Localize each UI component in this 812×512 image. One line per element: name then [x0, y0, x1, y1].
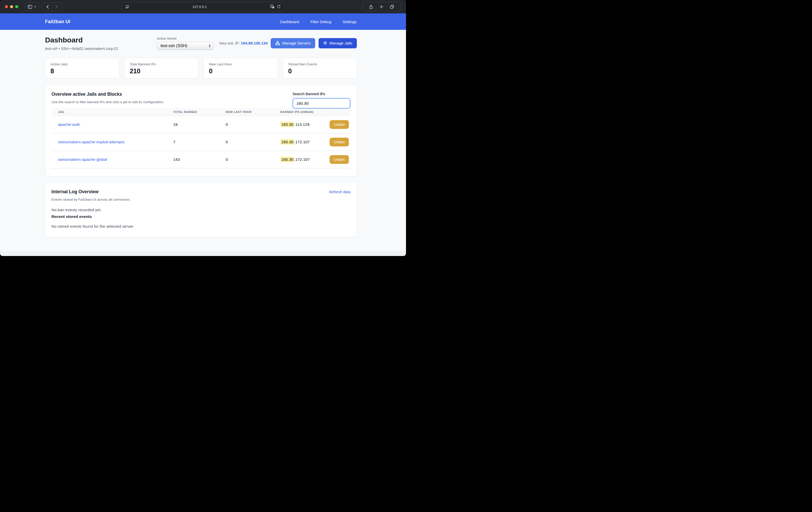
- window-footer: [0, 251, 406, 256]
- table-row: swissmakers-apache-global 143 0 160.30.1…: [52, 151, 350, 169]
- zoom-window-button[interactable]: [15, 5, 18, 8]
- new-last-hour-value: 0: [219, 122, 273, 127]
- stat-value: 210: [130, 67, 193, 75]
- refresh-data-link[interactable]: Refresh data: [329, 190, 350, 194]
- app-brand: Fail2ban UI: [45, 19, 70, 24]
- page-settings-icon[interactable]: [125, 5, 129, 9]
- active-server-select[interactable]: test-ssh (SSH) ▲▼: [157, 42, 213, 50]
- search-block: Search Banned IPs 160.30: [293, 92, 350, 109]
- stat-card-stored-ban-events: Stored Ban Events 0: [283, 58, 357, 79]
- unban-button[interactable]: Unban: [329, 155, 349, 164]
- nav-link-filter-debug[interactable]: Filter Debug: [310, 20, 331, 24]
- page-title: Dashboard: [45, 36, 118, 44]
- forward-button[interactable]: [52, 3, 61, 10]
- column-header-new-last-hour: NEW LAST HOUR: [219, 110, 273, 113]
- ip-match-highlight: 160.30: [281, 139, 294, 145]
- nav-link-settings[interactable]: Settings: [343, 20, 357, 24]
- column-header-total-banned: TOTAL BANNED: [167, 110, 219, 113]
- svg-text:x: x: [273, 7, 273, 8]
- new-last-hour-value: 0: [219, 140, 273, 144]
- text-caret: [309, 101, 309, 106]
- tab-overview-icon[interactable]: [390, 5, 394, 9]
- sidebar-toggle-group[interactable]: [25, 2, 39, 11]
- stats-row: Active Jails 8 Total Banned IPs 210 New …: [45, 58, 357, 79]
- log-subtitle: Events stored by Fail2ban-UI across all …: [52, 198, 350, 201]
- total-banned-value: 7: [167, 140, 219, 144]
- stat-value: 0: [288, 67, 351, 75]
- table-row: swissmakers-apache-exploit-attempts 7 0 …: [52, 134, 350, 151]
- new-tab-icon[interactable]: [379, 5, 383, 9]
- manage-jails-button[interactable]: ⚙ Manage Jails: [319, 38, 357, 48]
- ip-match-highlight: 160.30: [281, 122, 294, 127]
- new-last-hour-value: 0: [219, 157, 273, 162]
- browser-window: 127.0.0.1 A x: [0, 0, 406, 256]
- active-server-value: test-ssh (SSH): [161, 44, 209, 48]
- stat-label: Stored Ban Events: [288, 62, 351, 66]
- column-header-banned-ips: BANNED IPS (UNBAN): [273, 110, 350, 113]
- url-text: 127.0.0.1: [129, 5, 270, 9]
- chevron-down-icon: [34, 6, 36, 7]
- stat-label: Active Jails: [51, 62, 114, 66]
- traffic-lights: [5, 5, 18, 8]
- jails-overview-card: Overview active Jails and Blocks Use the…: [45, 85, 357, 176]
- no-stored-events-text: No stored events found for the selected …: [52, 224, 350, 229]
- gear-icon: ⚙: [323, 41, 327, 45]
- log-title: Internal Log Overview: [52, 189, 98, 195]
- jail-link[interactable]: swissmakers-apache-global: [58, 157, 107, 162]
- page-content: Dashboard test-ssh • SSH • rlinfp02.swis…: [0, 30, 406, 251]
- stat-card-new-last-hour: New Last Hour 0: [204, 58, 278, 79]
- banned-ip: 160.30.172.107: [281, 157, 310, 162]
- close-window-button[interactable]: [5, 5, 8, 8]
- stat-value: 8: [51, 67, 114, 75]
- column-header-jail: JAIL: [52, 110, 167, 113]
- dashboard-header: Dashboard test-ssh • SSH • rlinfp02.swis…: [45, 36, 357, 51]
- select-stepper-icon: ▲▼: [209, 44, 211, 48]
- stat-label: New Last Hour: [209, 62, 272, 66]
- app-nav-links: Dashboard Filter Debug Settings: [280, 20, 357, 24]
- stat-value: 0: [209, 67, 272, 75]
- recent-stored-events-title: Recent stored events: [52, 214, 350, 219]
- stat-card-active-jails: Active Jails 8: [45, 58, 119, 79]
- app-navbar: Fail2ban UI Dashboard Filter Debug Setti…: [0, 13, 406, 30]
- table-row: apache-auth 19 0 160.30.113.129 Unban: [52, 116, 350, 134]
- table-header-row: JAIL TOTAL BANNED NEW LAST HOUR BANNED I…: [52, 108, 350, 116]
- sidebar-icon: [28, 5, 32, 9]
- reload-icon[interactable]: [277, 5, 281, 9]
- address-bar[interactable]: 127.0.0.1 A x: [122, 2, 284, 11]
- banned-ip: 160.30.113.129: [281, 122, 310, 127]
- internal-log-card: Internal Log Overview Refresh data Event…: [45, 182, 357, 237]
- sitemap-icon: [275, 41, 280, 45]
- browser-chrome: 127.0.0.1 A x: [0, 0, 406, 13]
- page-subtitle: test-ssh • SSH • rlinfp02.swissmakers.co…: [45, 47, 118, 51]
- jail-link[interactable]: swissmakers-apache-exploit-attempts: [58, 140, 124, 144]
- total-banned-value: 19: [167, 122, 219, 127]
- nav-link-dashboard[interactable]: Dashboard: [280, 20, 299, 24]
- unban-button[interactable]: Unban: [329, 120, 349, 129]
- external-ip: Your ext. IP:194.88.100.134: [219, 41, 268, 45]
- stat-card-total-banned: Total Banned IPs 210: [124, 58, 198, 79]
- translate-icon[interactable]: A x: [270, 5, 274, 9]
- chrome-actions-group: [362, 2, 401, 11]
- search-banned-ips-input[interactable]: 160.30: [293, 98, 350, 109]
- external-ip-label: Your ext. IP:: [219, 41, 240, 45]
- stat-label: Total Banned IPs: [130, 62, 193, 66]
- minimize-window-button[interactable]: [10, 5, 13, 8]
- unban-button[interactable]: Unban: [329, 138, 349, 146]
- back-button[interactable]: [43, 3, 52, 10]
- jail-link[interactable]: apache-auth: [58, 122, 80, 126]
- ip-match-highlight: 160.30: [281, 157, 294, 162]
- external-ip-value[interactable]: 194.88.100.134: [241, 41, 268, 45]
- banned-ip: 160.30.172.107: [281, 140, 310, 144]
- no-ban-events-text: No ban events recorded yet.: [52, 208, 350, 212]
- active-server-label: Active Server: [157, 36, 213, 40]
- manage-servers-label: Manage Servers: [282, 41, 311, 45]
- history-nav-group: [42, 2, 62, 11]
- manage-servers-button[interactable]: Manage Servers: [271, 38, 315, 48]
- search-banned-ips-label: Search Banned IPs: [293, 92, 350, 96]
- search-input-value: 160.30: [296, 101, 308, 106]
- total-banned-value: 143: [167, 157, 219, 162]
- manage-jails-label: Manage Jails: [329, 41, 352, 45]
- share-icon[interactable]: [369, 5, 373, 9]
- jails-table: JAIL TOTAL BANNED NEW LAST HOUR BANNED I…: [52, 108, 350, 169]
